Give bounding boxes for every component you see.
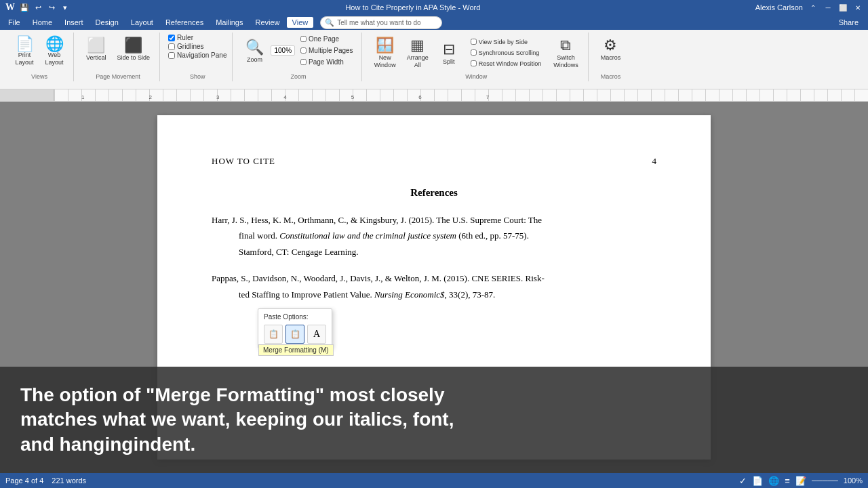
zoom-icon: 🔍 xyxy=(245,39,264,56)
ribbon-toggle-icon[interactable]: ⌃ xyxy=(808,3,818,12)
keep-source-icon: 📋 xyxy=(269,329,279,340)
undo-qa-icon[interactable]: ↩ xyxy=(33,2,43,13)
app-container: W 💾 ↩ ↪ ▾ How to Cite Properly in APA St… xyxy=(0,0,868,488)
minimize-icon[interactable]: ─ xyxy=(823,3,833,12)
reference-2: Pappas, S., Davidson, N., Woodard, J., D… xyxy=(212,270,656,302)
close-icon[interactable]: ✕ xyxy=(853,3,863,12)
menu-review[interactable]: Review xyxy=(250,17,285,28)
save-qa-icon[interactable]: 💾 xyxy=(19,2,30,13)
ruler-checkbox[interactable]: Ruler xyxy=(168,34,226,41)
view-outline-icon[interactable]: ≡ xyxy=(785,476,790,486)
merge-formatting-icon: 📋 xyxy=(290,329,300,340)
side-to-side-icon: ⬛ xyxy=(124,37,142,54)
page-number: 4 xyxy=(652,156,657,167)
menu-mailings[interactable]: Mailings xyxy=(210,17,248,28)
macros-group-label: Macros xyxy=(601,73,621,80)
share-button[interactable]: Share xyxy=(832,16,865,28)
zoom-group-label: Zoom xyxy=(291,73,307,80)
menu-bar: File Home Insert Design Layout Reference… xyxy=(0,15,868,30)
new-window-button[interactable]: 🪟 NewWindow xyxy=(370,34,400,72)
menu-design[interactable]: Design xyxy=(90,17,124,28)
view-print-icon[interactable]: 📄 xyxy=(752,476,763,486)
page-header: HOW TO CITE 4 xyxy=(212,156,656,167)
ribbon-group-show: Ruler Gridlines Navigation Pane Show xyxy=(163,33,233,81)
customize-qa-icon[interactable]: ▾ xyxy=(60,2,71,13)
status-bar: Page 4 of 4 221 words ✓ 📄 🌐 ≡ 📝 ───── 10… xyxy=(0,473,868,488)
page-width-button[interactable]: Page Width xyxy=(298,57,356,67)
print-layout-icon: 📄 xyxy=(16,37,34,52)
ref1-line4-wrap: Stamford, CT: Cengage Learning. xyxy=(212,244,656,260)
show-checkboxes: Ruler Gridlines Navigation Pane xyxy=(168,34,226,59)
tooltip-text: The option of "Merge Formatting" most cl… xyxy=(20,384,454,455)
ribbon-group-views: 📄 PrintLayout 🌐 WebLayout Views xyxy=(5,33,74,81)
navigation-pane-checkbox[interactable]: Navigation Pane xyxy=(168,52,226,59)
new-window-icon: 🪟 xyxy=(376,37,394,54)
vertical-button[interactable]: ⬜ Vertical xyxy=(82,34,111,64)
zoom-options: One Page Multiple Pages Page Width xyxy=(298,34,356,67)
paste-tooltip: Merge Formatting (M) xyxy=(258,344,334,356)
spell-check-icon[interactable]: ✓ xyxy=(739,476,747,486)
web-layout-button[interactable]: 🌐 WebLayout xyxy=(41,34,68,69)
ref2-line1: Pappas, S., Davidson, N., Woodard, J., D… xyxy=(212,273,545,283)
title-bar-left: W 💾 ↩ ↪ ▾ xyxy=(5,2,71,13)
title-bar-right: Alexis Carlson ⌃ ─ ⬜ ✕ xyxy=(755,3,863,12)
zoom-percentage[interactable]: 100% xyxy=(271,45,295,56)
restore-icon[interactable]: ⬜ xyxy=(838,3,848,12)
view-side-by-side-button[interactable]: View Side by Side xyxy=(468,37,545,47)
show-group-label: Show xyxy=(190,73,205,80)
ribbon: 📄 PrintLayout 🌐 WebLayout Views ⬜ Vertic… xyxy=(0,30,868,89)
ribbon-group-window: 🪟 NewWindow ▦ ArrangeAll ⊟ Split View Si… xyxy=(365,33,589,81)
reset-window-position-button[interactable]: Reset Window Position xyxy=(468,59,545,68)
zoom-percent-status: 100% xyxy=(844,476,863,485)
paste-options-popup: Paste Options: 📋 📋 A Merge Formatting (M… xyxy=(258,308,332,348)
switch-windows-button[interactable]: ⧉ SwitchWindows xyxy=(549,34,583,72)
merge-formatting-button[interactable]: 📋 xyxy=(285,325,304,344)
page-movement-buttons: ⬜ Vertical ⬛ Side to Side xyxy=(82,34,154,64)
multiple-pages-button[interactable]: Multiple Pages xyxy=(298,45,356,56)
one-page-button[interactable]: One Page xyxy=(298,34,356,44)
views-buttons: 📄 PrintLayout 🌐 WebLayout xyxy=(11,34,68,69)
menu-references[interactable]: References xyxy=(160,17,209,28)
references-title: References xyxy=(212,187,656,199)
menu-insert[interactable]: Insert xyxy=(59,17,89,28)
print-layout-button[interactable]: 📄 PrintLayout xyxy=(11,34,38,69)
window-buttons: 🪟 NewWindow ▦ ArrangeAll ⊟ Split View Si… xyxy=(370,34,583,72)
menu-file[interactable]: File xyxy=(3,17,26,28)
zoom-button[interactable]: 🔍 Zoom xyxy=(241,36,268,66)
view-draft-icon[interactable]: 📝 xyxy=(795,476,806,486)
zoom-level: ───── xyxy=(812,476,838,485)
side-to-side-button[interactable]: ⬛ Side to Side xyxy=(113,34,155,64)
reference-1: Harr, J. S., Hess, K. M., Orthmann, C., … xyxy=(212,212,656,260)
window-group-label: Window xyxy=(465,73,487,80)
menu-home[interactable]: Home xyxy=(27,17,58,28)
window-options-col: View Side by Side Synchronous Scrolling … xyxy=(468,37,545,68)
page-header-text: HOW TO CITE xyxy=(212,156,275,167)
title-bar-title: How to Cite Properly in APA Style - Word xyxy=(71,3,755,12)
page-movement-label: Page Movement xyxy=(96,73,140,80)
keep-text-only-button[interactable]: A xyxy=(307,325,326,344)
menu-view[interactable]: View xyxy=(287,17,314,28)
macros-button[interactable]: ⚙ Macros xyxy=(597,34,625,64)
ribbon-group-macros: ⚙ Macros Macros xyxy=(591,33,631,81)
status-bar-right: ✓ 📄 🌐 ≡ 📝 ───── 100% xyxy=(739,476,863,486)
gridlines-checkbox[interactable]: Gridlines xyxy=(168,43,226,50)
arrange-all-button[interactable]: ▦ ArrangeAll xyxy=(403,34,433,72)
ref2-line2: ted Staffing to Improve Patient Value. xyxy=(239,289,374,300)
ribbon-group-zoom: 🔍 Zoom 100% One Page Multiple Pages Page… xyxy=(235,33,361,81)
menu-layout[interactable]: Layout xyxy=(125,17,159,28)
tell-me-label: Tell me what you want to do xyxy=(337,19,420,26)
tell-me-box[interactable]: 🔍 Tell me what you want to do xyxy=(320,16,442,29)
ref1-line3: (6th ed., pp. 57-75). xyxy=(456,230,529,241)
synchronous-scrolling-button[interactable]: Synchronous Scrolling xyxy=(468,48,545,58)
ref1-line2: final word. xyxy=(239,230,279,241)
redo-qa-icon[interactable]: ↪ xyxy=(46,2,57,13)
split-button[interactable]: ⊟ Split xyxy=(435,38,462,68)
status-bar-left: Page 4 of 4 221 words xyxy=(5,476,86,485)
quick-access-toolbar: 💾 ↩ ↪ ▾ xyxy=(19,2,71,13)
view-web-icon[interactable]: 🌐 xyxy=(768,476,779,486)
keep-source-formatting-button[interactable]: 📋 xyxy=(264,325,283,344)
paste-options-buttons: 📋 📋 A xyxy=(264,325,326,344)
split-icon: ⊟ xyxy=(443,41,455,58)
views-group-label: Views xyxy=(31,73,47,80)
ref1-line1: Harr, J. S., Hess, K. M., Orthmann, C., … xyxy=(212,215,542,225)
